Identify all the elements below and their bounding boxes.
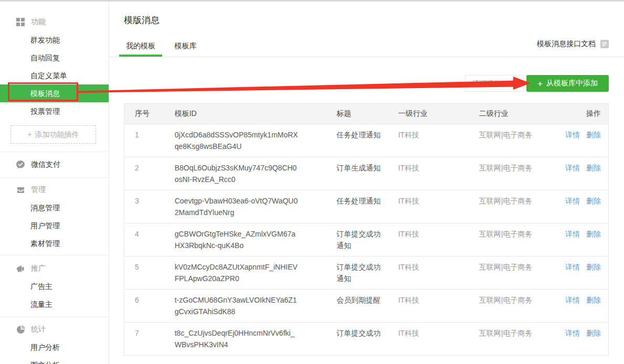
megaphone-icon <box>16 264 25 273</box>
secondary-industry: 互联网|电子商务 <box>469 322 555 355</box>
tab-template-library[interactable]: 模板库 <box>167 37 203 57</box>
sidebar-item-custom-menu[interactable]: 自定义菜单 <box>0 67 109 84</box>
detail-link[interactable]: 详情 <box>565 164 580 172</box>
secondary-industry: 互联网|电子商务 <box>469 223 555 256</box>
template-id: 0jXcdD6a8dSSSvOP85mtyk1mMoRXqe8Ksg8wsBEa… <box>164 124 326 157</box>
secondary-industry: 互联网|电子商务 <box>469 190 555 223</box>
sidebar-item-label: 微信支付 <box>31 160 60 169</box>
table-row: 1 0jXcdD6a8dSSSvOP85mtyk1mMoRXqe8Ksg8wsB… <box>124 124 608 157</box>
sidebar-item-vote-manage[interactable]: 投票管理 <box>0 102 109 120</box>
column-header-actions: 操作 <box>555 104 608 124</box>
primary-industry: IT科技 <box>388 190 469 223</box>
detail-link[interactable]: 详情 <box>565 131 580 139</box>
delete-link[interactable]: 删除 <box>586 164 601 172</box>
sidebar-item-auto-reply[interactable]: 自动回复 <box>0 49 109 67</box>
row-index: 4 <box>124 223 164 256</box>
template-title: 会员到期提醒 <box>326 289 387 322</box>
sidebar-item-material-manage[interactable]: 素材管理 <box>0 234 109 252</box>
sidebar-item-wechat-pay[interactable]: 微信支付 <box>0 152 109 177</box>
sidebar-item-message-manage[interactable]: 消息管理 <box>0 199 109 217</box>
template-id: Coevtgp-VbawH03ea6-oVtQ7WaQU02MamdTdYlue… <box>164 190 326 223</box>
sidebar-item-template-message[interactable]: 模板消息 <box>0 84 109 102</box>
api-doc-link[interactable]: 模板消息接口文档 <box>537 39 609 49</box>
add-from-library-label: 从模板库中添加 <box>546 79 598 88</box>
primary-industry: IT科技 <box>388 256 469 289</box>
table-row: 6 t-zGoCMU68GnY3awLVOIkNEYa6Z1gCvxiGTAhi… <box>124 289 608 322</box>
secondary-industry: 互联网|电子商务 <box>469 124 555 157</box>
tab-bar: 我的模板 模板库 模板消息接口文档 <box>109 37 624 57</box>
sidebar-group-function: 功能 <box>0 13 109 31</box>
wechat-pay-icon <box>16 160 25 169</box>
document-icon <box>600 39 609 49</box>
delete-link[interactable]: 删除 <box>586 329 601 337</box>
row-index: 3 <box>124 190 164 223</box>
detail-link[interactable]: 详情 <box>565 263 580 271</box>
sidebar-group-manage: 管理 <box>0 181 109 199</box>
detail-link[interactable]: 详情 <box>565 230 580 238</box>
sidebar-divider <box>0 177 109 178</box>
column-header-index: 序号 <box>124 104 164 124</box>
sidebar-item-advertiser[interactable]: 广告主 <box>0 277 109 295</box>
row-index: 1 <box>124 124 164 157</box>
column-header-template-id: 模板ID <box>164 104 326 124</box>
sidebar-group-label: 功能 <box>31 17 46 27</box>
template-id: t8c_CzUjvsDeqrEj0HHncmNrVv6fki_WBvsPHK3v… <box>164 322 326 355</box>
secondary-industry: 互联网|电子商务 <box>469 256 555 289</box>
template-id: B8OqL6OubjzS3sKMuy747c9Q8CH0osNI-RvzEA_R… <box>164 157 326 190</box>
column-header-title: 标题 <box>326 104 387 124</box>
tab-my-templates[interactable]: 我的模板 <box>119 37 162 57</box>
table-row: 3 Coevtgp-VbawH03ea6-oVtQ7WaQU02MamdTdYl… <box>124 190 608 223</box>
detail-link[interactable]: 详情 <box>565 296 580 304</box>
sidebar-group-stats: 统计 <box>0 320 109 338</box>
sidebar-divider <box>0 317 109 317</box>
row-index: 7 <box>124 322 164 355</box>
sidebar-item-article-analysis[interactable]: 图文分析 <box>0 356 109 364</box>
templates-table: 序号 模板ID 标题 一级行业 二级行业 操作 1 0jXcdD6a8dSSSv… <box>124 103 609 356</box>
grid-icon <box>16 17 25 27</box>
delete-link[interactable]: 删除 <box>586 131 601 139</box>
delete-link[interactable]: 删除 <box>586 263 601 271</box>
column-header-primary-industry: 一级行业 <box>388 104 469 124</box>
primary-industry: IT科技 <box>388 223 469 256</box>
inbox-icon <box>16 185 25 195</box>
template-title: 订单提交成功通知 <box>326 223 387 256</box>
template-id: kV0zMCcyDc8AZUtXapnmtF_iNHIEVFPLApwG20aZ… <box>164 256 326 289</box>
delete-link[interactable]: 删除 <box>586 230 601 238</box>
sidebar-group-label: 管理 <box>31 185 46 195</box>
secondary-industry: 互联网|电子商务 <box>469 157 555 190</box>
row-index: 2 <box>124 157 164 190</box>
main-content: 模版消息 我的模板 模板库 模板消息接口文档 还可添加18个 +从模板库中添加 … <box>109 2 624 364</box>
toolbar: 还可添加18个 +从模板库中添加 <box>109 75 609 92</box>
sidebar-group-label: 推广 <box>31 264 46 273</box>
row-index: 6 <box>124 289 164 322</box>
sidebar-item-user-manage[interactable]: 用户管理 <box>0 217 109 234</box>
secondary-industry: 互联网|电子商务 <box>469 289 555 322</box>
template-title: 订单提交成功 <box>326 322 387 355</box>
table-row: 2 B8OqL6OubjzS3sKMuy747c9Q8CH0osNI-RvzEA… <box>124 157 608 190</box>
api-doc-label: 模板消息接口文档 <box>537 39 596 49</box>
template-title: 订单提交成功通知 <box>326 256 387 289</box>
sidebar-item-user-analysis[interactable]: 用户分析 <box>0 338 109 356</box>
sidebar-group-label: 统计 <box>31 325 46 334</box>
detail-link[interactable]: 详情 <box>565 329 580 337</box>
page-title: 模版消息 <box>124 14 624 26</box>
template-id: t-zGoCMU68GnY3awLVOIkNEYa6Z1gCvxiGTAhiSd… <box>164 289 326 322</box>
sidebar-group-promote: 推广 <box>0 260 109 277</box>
plus-icon: + <box>27 130 31 138</box>
add-from-library-button[interactable]: +从模板库中添加 <box>526 75 609 92</box>
delete-link[interactable]: 删除 <box>586 197 601 205</box>
table-row: 5 kV0zMCcyDc8AZUtXapnmtF_iNHIEVFPLApwG20… <box>124 256 608 289</box>
detail-link[interactable]: 详情 <box>565 197 580 205</box>
primary-industry: IT科技 <box>388 289 469 322</box>
add-plugin-label: 添加功能插件 <box>35 130 79 138</box>
plus-icon: + <box>537 79 543 88</box>
column-header-secondary-industry: 二级行业 <box>469 104 555 124</box>
delete-link[interactable]: 删除 <box>586 296 601 304</box>
sidebar-item-mass-send[interactable]: 群发功能 <box>0 31 109 49</box>
sidebar-item-traffic-owner[interactable]: 流量主 <box>0 295 109 313</box>
add-plugin-button[interactable]: +添加功能插件 <box>10 125 96 144</box>
app-window: 功能 群发功能 自动回复 自定义菜单 模板消息 投票管理 +添加功能插件 微信支… <box>0 2 624 364</box>
table-header-row: 序号 模板ID 标题 一级行业 二级行业 操作 <box>124 104 608 124</box>
primary-industry: IT科技 <box>388 124 469 157</box>
sidebar-divider <box>0 255 109 255</box>
